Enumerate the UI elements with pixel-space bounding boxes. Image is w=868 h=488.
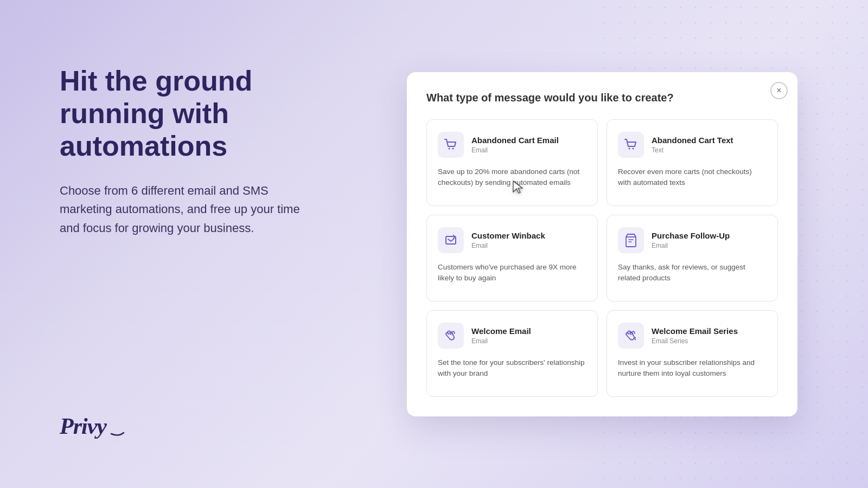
modal-title: What type of message would you like to c…	[426, 92, 778, 104]
card-description: Recover even more carts (not checkouts) …	[618, 166, 767, 189]
card-title: Abandoned Cart Text	[652, 135, 733, 146]
welcome-series-icon	[618, 323, 644, 349]
cart-text-icon	[618, 132, 644, 158]
card-welcome-email-series[interactable]: Welcome Email Series Email Series Invest…	[607, 310, 778, 397]
card-description: Invest in your subscriber relationships …	[618, 357, 767, 380]
card-header: Abandoned Cart Text Text	[618, 132, 767, 158]
purchase-icon	[618, 227, 644, 253]
modal-overlay: What type of message would you like to c…	[0, 0, 868, 488]
card-title: Welcome Email	[471, 326, 531, 337]
card-type: Email	[471, 337, 531, 345]
cart-icon	[438, 132, 464, 158]
card-title: Abandoned Cart Email	[471, 135, 559, 146]
card-type: Text	[652, 146, 733, 154]
card-type: Email	[471, 242, 545, 249]
card-purchase-follow-up[interactable]: Purchase Follow-Up Email Say thanks, ask…	[607, 215, 778, 301]
modal-close-button[interactable]: ×	[770, 82, 788, 99]
card-title: Purchase Follow-Up	[652, 230, 730, 241]
svg-point-4	[633, 147, 634, 149]
cards-grid: Abandoned Cart Email Email Save up to 20…	[426, 119, 778, 397]
card-title-group: Customer Winback Email	[471, 230, 545, 250]
card-abandoned-cart-text[interactable]: Abandoned Cart Text Text Recover even mo…	[607, 119, 778, 206]
card-description: Save up to 20% more abandoned carts (not…	[438, 166, 586, 189]
card-description: Set the tone for your subscribers' relat…	[438, 357, 586, 380]
card-header: Welcome Email Series Email Series	[618, 323, 767, 349]
card-welcome-email[interactable]: Welcome Email Email Set the tone for you…	[426, 310, 598, 397]
card-type: Email	[471, 146, 559, 154]
card-abandoned-cart-email[interactable]: Abandoned Cart Email Email Save up to 20…	[426, 119, 598, 206]
card-type: Email	[652, 242, 730, 249]
card-header: Welcome Email Email	[438, 323, 586, 349]
card-header: Purchase Follow-Up Email	[618, 227, 767, 253]
card-header: Customer Winback Email	[438, 227, 586, 253]
card-customer-winback[interactable]: Customer Winback Email Customers who've …	[426, 215, 598, 301]
card-description: Customers who've purchased are 9X more l…	[438, 262, 586, 285]
welcome-icon	[438, 323, 464, 349]
card-title: Customer Winback	[471, 230, 545, 241]
card-title-group: Purchase Follow-Up Email	[652, 230, 730, 250]
card-title-group: Abandoned Cart Email Email	[471, 135, 559, 155]
modal-dialog: What type of message would you like to c…	[407, 72, 797, 416]
svg-point-2	[452, 147, 454, 149]
card-header: Abandoned Cart Email Email	[438, 132, 586, 158]
winback-icon	[438, 227, 464, 253]
card-title-group: Abandoned Cart Text Text	[652, 135, 733, 155]
svg-point-7	[635, 338, 636, 339]
svg-point-6	[635, 337, 636, 338]
svg-point-3	[629, 147, 630, 149]
card-description: Say thanks, ask for reviews, or suggest …	[618, 262, 767, 285]
card-title-group: Welcome Email Series Email Series	[652, 326, 738, 345]
svg-point-1	[449, 147, 450, 149]
card-title-group: Welcome Email Email	[471, 326, 531, 345]
card-type: Email Series	[652, 337, 738, 345]
card-title: Welcome Email Series	[652, 326, 738, 337]
